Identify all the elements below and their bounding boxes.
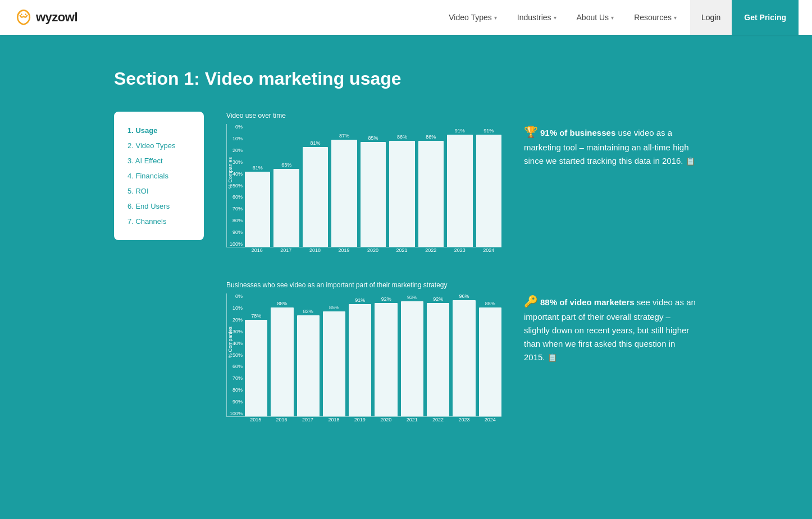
bar-item: 82%	[297, 293, 320, 416]
chart2-x-labels: 2015201620172018201920202021202220232024	[226, 417, 501, 422]
bar-value-label: 87%	[339, 133, 349, 139]
get-pricing-button[interactable]: Get Pricing	[732, 0, 799, 35]
bar-value-label: 93%	[407, 295, 417, 300]
x-label: 2022	[418, 247, 444, 253]
svg-point-0	[21, 13, 22, 15]
bar-value-label: 82%	[303, 309, 313, 314]
bar-item: 81%	[303, 124, 328, 247]
sidebar-item-1[interactable]: 2. Video Types	[127, 138, 190, 153]
bar-item: 88%	[271, 293, 293, 416]
x-label: 2020	[375, 417, 397, 422]
logo[interactable]: wyzowl	[13, 7, 77, 27]
x-label: 2023	[453, 417, 475, 422]
y-label: 100%	[227, 241, 243, 247]
x-label: 2020	[360, 247, 386, 253]
bar-rect	[323, 311, 345, 416]
bar-item: 92%	[427, 293, 449, 416]
bar-rect	[479, 307, 501, 416]
bar-value-label: 63%	[281, 162, 291, 168]
bar-item: 92%	[375, 293, 397, 416]
bar-item: 93%	[401, 293, 423, 416]
charts-section: Video use over time 100%90%80%70%60%50%4…	[226, 112, 698, 422]
stat2-bold: 88% of video marketers	[540, 297, 635, 307]
nav-item-industries[interactable]: Industries ▾	[508, 8, 565, 26]
x-label: 2016	[270, 417, 293, 422]
content-layout: 1. Usage2. Video Types3. AI Effect4. Fin…	[114, 112, 698, 422]
bar-rect	[361, 142, 386, 247]
bar-rect	[447, 135, 472, 247]
bar-rect	[401, 301, 423, 416]
chart1-container: Video use over time 100%90%80%70%60%50%4…	[226, 112, 501, 253]
bar-rect	[349, 304, 371, 416]
chart1-x-labels: 201620172018201920202021202220232024	[226, 247, 501, 253]
sidebar-item-3[interactable]: 4. Financials	[127, 168, 190, 183]
sidebar-item-0[interactable]: 1. Usage	[127, 123, 190, 138]
x-label: 2019	[349, 417, 371, 422]
nav-item-about-us[interactable]: About Us ▾	[568, 8, 623, 26]
sidebar-item-2[interactable]: 3. AI Effect	[127, 153, 190, 168]
y-label: 80%	[227, 218, 243, 223]
y-label: 100%	[227, 411, 243, 416]
y-label: 0%	[227, 293, 243, 299]
chevron-down-icon: ▾	[554, 15, 556, 21]
nav-item-video-types[interactable]: Video Types ▾	[440, 8, 506, 26]
chart1: 100%90%80%70%60%50%40%30%20%10%0% % Comp…	[226, 124, 501, 253]
chart1-row: Video use over time 100%90%80%70%60%50%4…	[226, 112, 698, 253]
bar-value-label: 78%	[251, 313, 261, 319]
y-label: 0%	[227, 124, 243, 130]
copy-icon2[interactable]: 📋	[548, 353, 557, 362]
y-label: 60%	[227, 194, 243, 200]
stat1-bold: 91% of businesses	[540, 128, 615, 137]
logo-text: wyzowl	[36, 10, 77, 25]
bar-value-label: 86%	[426, 134, 436, 140]
sidebar-item-4[interactable]: 5. ROI	[127, 183, 190, 199]
login-button[interactable]: Login	[690, 0, 732, 35]
svg-point-1	[25, 13, 26, 15]
copy-icon[interactable]: 📋	[686, 157, 695, 166]
bar-item: 86%	[389, 124, 414, 247]
chart1-bars: 61%63%81%87%85%86%86%91%91%	[245, 124, 501, 247]
main-content: Section 1: Video marketing usage 1. Usag…	[69, 35, 743, 456]
bar-value-label: 85%	[368, 135, 378, 141]
chart1-inner: 100%90%80%70%60%50%40%30%20%10%0% % Comp…	[226, 124, 501, 247]
sidebar-item-5[interactable]: 6. End Users	[127, 199, 190, 214]
bar-item: 85%	[361, 124, 386, 247]
bar-item: 63%	[273, 124, 299, 247]
bar-value-label: 92%	[433, 296, 443, 302]
chart2-y-axis-label: % Companies	[227, 326, 233, 357]
bar-rect	[476, 135, 501, 247]
bar-item: 61%	[245, 124, 270, 247]
nav-item-resources[interactable]: Resources ▾	[625, 8, 686, 26]
y-label: 70%	[227, 375, 243, 381]
y-label: 70%	[227, 206, 243, 212]
x-label: 2024	[479, 417, 501, 422]
bar-rect	[331, 140, 357, 247]
chart2-container: Businesses who see video as an important…	[226, 281, 501, 422]
stat2-text: 🔑88% of video marketers see video as an …	[524, 281, 698, 364]
bar-value-label: 88%	[277, 301, 287, 306]
bar-rect	[389, 141, 414, 247]
bar-item: 96%	[453, 293, 475, 416]
bar-item: 91%	[476, 124, 501, 247]
sidebar-item-6[interactable]: 7. Channels	[127, 214, 190, 229]
bar-value-label: 91%	[355, 297, 365, 303]
navbar: wyzowl Video Types ▾ Industries ▾ About …	[0, 0, 812, 35]
x-label: 2017	[273, 247, 299, 253]
nav-links: Video Types ▾ Industries ▾ About Us ▾ Re…	[440, 8, 686, 26]
x-label: 2017	[296, 417, 319, 422]
sidebar: 1. Usage2. Video Types3. AI Effect4. Fin…	[114, 112, 204, 240]
x-label: 2021	[389, 247, 415, 253]
bar-value-label: 85%	[329, 305, 339, 310]
bar-item: 87%	[331, 124, 357, 247]
chart2-row: Businesses who see video as an important…	[226, 281, 698, 422]
bar-value-label: 88%	[485, 301, 495, 306]
bar-value-label: 91%	[483, 128, 494, 134]
y-label: 90%	[227, 229, 243, 235]
stat2-rest: see video as an important part of their …	[524, 297, 696, 362]
y-label: 90%	[227, 399, 243, 405]
bar-value-label: 91%	[455, 128, 465, 134]
bar-rect	[297, 315, 320, 416]
chart1-title: Video use over time	[226, 112, 501, 120]
chart2-inner: 100%90%80%70%60%50%40%30%20%10%0% % Comp…	[226, 293, 501, 417]
bar-rect	[453, 300, 475, 416]
